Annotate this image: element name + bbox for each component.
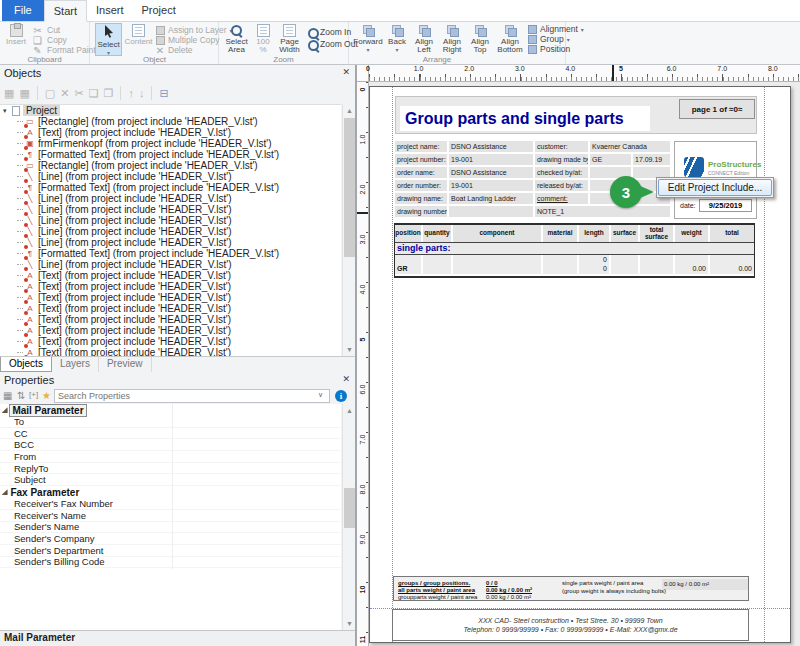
content-icon — [132, 24, 145, 37]
property-row[interactable]: ReplyTo — [0, 463, 341, 475]
alignment-button[interactable]: Alignment▾ — [527, 24, 584, 34]
property-row[interactable]: Receiver's Name — [0, 510, 341, 522]
scrollbar-thumb[interactable] — [344, 488, 355, 528]
report-main-table[interactable]: positionquantitycomponentmateriallengths… — [394, 223, 755, 278]
property-row[interactable]: CC — [0, 428, 341, 440]
tree-item[interactable]: ▭[Rectangle] (from project include 'HEAD… — [0, 160, 341, 171]
select-area-button[interactable]: Select Area — [223, 23, 250, 54]
close-icon[interactable]: ✕ — [342, 374, 350, 384]
tab-project[interactable]: Project — [132, 0, 184, 21]
report-page[interactable]: Group parts and single parts page 1 of ≈… — [369, 86, 791, 643]
page-width-button[interactable]: Page Width — [276, 23, 303, 54]
tree-item[interactable]: ¶[Formatted Text] (from project include … — [0, 149, 341, 160]
property-row[interactable]: To — [0, 416, 341, 428]
property-row[interactable]: Receiver's Fax Number — [0, 498, 341, 510]
cut-icon[interactable]: ✂ — [74, 87, 83, 100]
property-row[interactable]: BCC — [0, 439, 341, 451]
align-right-button[interactable]: Align Right — [439, 23, 465, 54]
tab-preview[interactable]: Preview — [99, 357, 152, 372]
categorized-icon[interactable]: ▦ — [3, 390, 12, 401]
tree-item[interactable]: ¶[Formatted Text] (from project include … — [0, 182, 341, 193]
report-summary[interactable]: single parts weight / paint area (group … — [393, 576, 749, 601]
menu-item-edit-project-include[interactable]: Edit Project Include... — [658, 179, 772, 196]
tab-insert[interactable]: Insert — [87, 0, 133, 21]
sort-az-icon[interactable]: ⇅ — [17, 390, 25, 401]
tree-item[interactable]: A[Text] (from project include 'HEADER_V.… — [0, 127, 341, 138]
expand-all-icon[interactable]: [+] — [29, 390, 38, 399]
position-button[interactable]: Position — [527, 44, 570, 54]
property-row[interactable]: Subject — [0, 474, 341, 486]
objects-tree-scrollbar[interactable]: ▲ ▼ — [342, 104, 355, 356]
tree-item[interactable]: A[Text] (from project include 'HEADER_V.… — [0, 347, 341, 356]
tree-item[interactable]: A[Text] (from project include 'HEADER_V.… — [0, 303, 341, 314]
chevron-down-icon[interactable]: ∨ — [318, 391, 323, 399]
tab-objects[interactable]: Objects — [0, 357, 52, 372]
tree-item[interactable]: ╲[Line] (from project include 'HEADER_V.… — [0, 259, 341, 270]
canvas-viewport[interactable]: Group parts and single parts page 1 of ≈… — [369, 82, 800, 646]
favorites-star-icon[interactable]: ★ — [42, 390, 51, 401]
group-button[interactable]: Group▾ — [527, 34, 570, 44]
edit-icon[interactable]: ▢ — [45, 87, 55, 100]
expander-icon[interactable]: ◢ — [2, 406, 7, 414]
move-down-icon[interactable]: ↓ — [139, 87, 145, 99]
panel-tabs: ObjectsLayersPreview — [0, 356, 355, 372]
tree-item[interactable]: A[Text] (from project include 'HEADER_V.… — [0, 314, 341, 325]
collapse-icon[interactable]: ▾ — [3, 107, 12, 115]
property-row[interactable]: Sender's Department — [0, 545, 341, 557]
tree-item[interactable]: ▣frmFirmenkopf (from project include 'HE… — [0, 138, 341, 149]
copy-icon[interactable]: ❏ — [89, 87, 99, 100]
property-row[interactable]: From — [0, 451, 341, 463]
forward-button[interactable]: Forward▾ — [353, 23, 383, 54]
close-icon[interactable]: ✕ — [342, 67, 350, 77]
tab-start[interactable]: Start — [44, 0, 87, 22]
info-icon[interactable]: i — [335, 390, 347, 402]
properties-scrollbar[interactable]: ▲ ▼ — [342, 404, 355, 630]
zoom-100-button[interactable]: 100% — [252, 23, 274, 54]
expander-icon[interactable]: ◢ — [2, 488, 7, 496]
tree-item[interactable]: ╲[Line] (from project include 'HEADER_V.… — [0, 215, 341, 226]
tree-item[interactable]: A[Text] (from project include 'HEADER_V.… — [0, 336, 341, 347]
delete-icon[interactable]: ✕ — [60, 87, 69, 100]
move-up-icon[interactable]: ↑ — [128, 87, 134, 99]
align-left-button[interactable]: Align Left — [411, 23, 437, 54]
tree-item[interactable]: ▭[Rectangle] (from project include 'HEAD… — [0, 116, 341, 127]
tab-file[interactable]: File — [2, 0, 44, 21]
line-object-icon: ╲ — [25, 238, 35, 248]
tree-item[interactable]: A[Text] (from project include 'HEADER_V.… — [0, 292, 341, 303]
add-item-icon[interactable]: ▦ — [4, 87, 14, 100]
paste-icon[interactable]: ❐ — [104, 87, 114, 100]
table-cell: 0 — [579, 255, 609, 264]
tree-options-icon[interactable]: ⊟ — [159, 87, 168, 100]
zoom-in-button[interactable]: Zoom In — [307, 27, 351, 37]
property-row[interactable]: Sender's Company — [0, 533, 341, 545]
add-items-icon[interactable]: ▦ — [19, 87, 29, 100]
tree-item[interactable]: ╲[Line] (from project include 'HEADER_V.… — [0, 237, 341, 248]
property-row[interactable]: Sender's Name — [0, 522, 341, 534]
align-top-button[interactable]: Align Top — [467, 23, 493, 54]
select-button[interactable]: Select▾ — [95, 23, 122, 56]
property-category[interactable]: ◢Mail Parameter — [0, 404, 341, 416]
search-input[interactable] — [54, 389, 330, 403]
property-row[interactable]: Sender's Billing Code — [0, 557, 341, 569]
tab-layers[interactable]: Layers — [52, 357, 99, 372]
report-title-band[interactable]: Group parts and single parts page 1 of ≈… — [395, 96, 757, 134]
scrollbar-thumb[interactable] — [344, 118, 355, 257]
report-footer[interactable]: XXX CAD- Steel construction • Test Stree… — [392, 609, 749, 641]
page-number-box: page 1 of ≈0≈ — [679, 99, 755, 119]
tree-item[interactable]: ╲[Line] (from project include 'HEADER_V.… — [0, 193, 341, 204]
tree-item[interactable]: A[Text] (from project include 'HEADER_V.… — [0, 270, 341, 281]
tree-item[interactable]: A[Text] (from project include 'HEADER_V.… — [0, 325, 341, 336]
tree-item[interactable]: ╲[Line] (from project include 'HEADER_V.… — [0, 226, 341, 237]
tree-root-project[interactable]: ▾ Project — [0, 105, 341, 116]
summary-right-value: 0.00 kg / 0.00 m² — [664, 581, 709, 588]
content-button[interactable]: Content — [125, 23, 152, 54]
tree-item[interactable]: ¶[Formatted Text] (from project include … — [0, 248, 341, 259]
back-button[interactable]: Back▾ — [385, 23, 409, 54]
tree-item[interactable]: ╲[Line] (from project include 'HEADER_V.… — [0, 204, 341, 215]
property-category[interactable]: ◢Fax Parameter — [0, 486, 341, 498]
insert-button[interactable]: Insert — [3, 23, 29, 54]
align-bottom-button[interactable]: Align Bottom — [495, 23, 525, 54]
tree-item[interactable]: A[Text] (from project include 'HEADER_V.… — [0, 281, 341, 292]
delete-button[interactable]: ✕Delete — [155, 45, 193, 55]
tree-item[interactable]: ╲[Line] (from project include 'HEADER_V.… — [0, 171, 341, 182]
